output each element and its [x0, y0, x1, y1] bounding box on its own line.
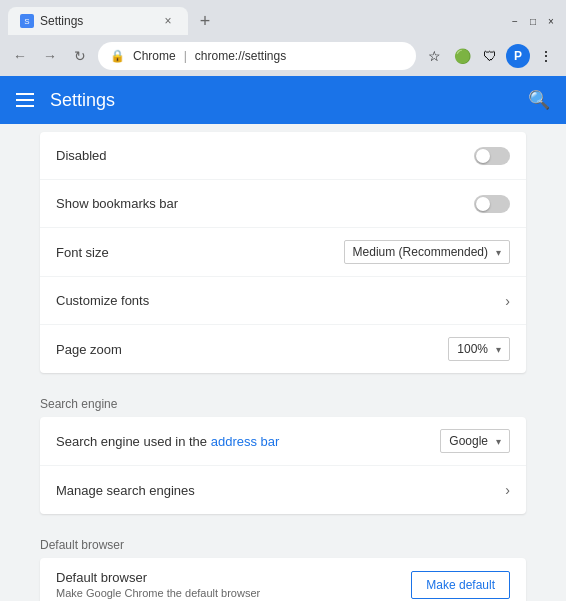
- page-zoom-dropdown-arrow: ▾: [496, 344, 501, 355]
- search-engine-row: Search engine used in the address bar Go…: [40, 417, 526, 466]
- default-browser-sublabel: Make Google Chrome the default browser: [56, 587, 260, 599]
- font-size-value: Medium (Recommended): [353, 245, 488, 259]
- browser-frame: S Settings × + − □ × ← → ↻ 🔒 Chrome | ch…: [0, 0, 566, 76]
- tab-close-button[interactable]: ×: [160, 13, 176, 29]
- page-zoom-label: Page zoom: [56, 342, 122, 357]
- manage-search-chevron-icon: ›: [505, 482, 510, 498]
- default-browser-section-label: Default browser: [40, 526, 526, 558]
- url-lock-icon: 🔒: [110, 49, 125, 63]
- settings-search-icon[interactable]: 🔍: [528, 89, 550, 111]
- url-separator: |: [184, 49, 187, 63]
- menu-icon[interactable]: ⋮: [534, 44, 558, 68]
- disabled-label: Disabled: [56, 148, 107, 163]
- maximize-button[interactable]: □: [526, 14, 540, 28]
- customize-fonts-row[interactable]: Customize fonts ›: [40, 277, 526, 325]
- manage-search-chevron: ›: [505, 482, 510, 498]
- forward-button[interactable]: →: [38, 44, 62, 68]
- manage-search-row[interactable]: Manage search engines ›: [40, 466, 526, 514]
- tab-title: Settings: [40, 14, 83, 28]
- url-provider: Chrome: [133, 49, 176, 63]
- default-browser-row: Default browser Make Google Chrome the d…: [40, 558, 526, 601]
- settings-content: Disabled Show bookmarks bar Font size Me…: [0, 124, 566, 601]
- hamburger-menu-button[interactable]: [16, 93, 34, 107]
- page-zoom-row: Page zoom 100% ▾: [40, 325, 526, 373]
- refresh-button[interactable]: ↻: [68, 44, 92, 68]
- bookmarks-bar-label: Show bookmarks bar: [56, 196, 178, 211]
- search-engine-dropdown[interactable]: Google ▾: [440, 429, 510, 453]
- bookmarks-bar-row: Show bookmarks bar: [40, 180, 526, 228]
- tab-bar: S Settings × + − □ ×: [0, 0, 566, 36]
- tab-favicon: S: [20, 14, 34, 28]
- make-default-button[interactable]: Make default: [411, 571, 510, 599]
- default-browser-label: Default browser: [56, 570, 260, 585]
- window-controls: − □ ×: [508, 14, 558, 28]
- star-icon[interactable]: ☆: [422, 44, 446, 68]
- search-engine-dropdown-arrow: ▾: [496, 436, 501, 447]
- settings-header: Settings 🔍: [0, 76, 566, 124]
- address-bar-link[interactable]: address bar: [211, 434, 280, 449]
- font-size-dropdown[interactable]: Medium (Recommended) ▾: [344, 240, 510, 264]
- search-engine-section-label: Search engine: [40, 385, 526, 417]
- default-browser-info: Default browser Make Google Chrome the d…: [56, 570, 260, 599]
- url-path: chrome://settings: [195, 49, 286, 63]
- settings-tab[interactable]: S Settings ×: [8, 7, 188, 35]
- font-size-label: Font size: [56, 245, 109, 260]
- customize-fonts-chevron: ›: [505, 293, 510, 309]
- chevron-right-icon: ›: [505, 293, 510, 309]
- settings-header-title: Settings: [50, 90, 115, 111]
- page-zoom-value: 100%: [457, 342, 488, 356]
- back-button[interactable]: ←: [8, 44, 32, 68]
- new-tab-button[interactable]: +: [192, 8, 218, 34]
- default-browser-card: Default browser Make Google Chrome the d…: [40, 558, 526, 601]
- address-bar: ← → ↻ 🔒 Chrome | chrome://settings ☆ 🟢 🛡…: [0, 36, 566, 76]
- disabled-toggle-container: [474, 147, 510, 165]
- extension-icon-1[interactable]: 🟢: [450, 44, 474, 68]
- close-button[interactable]: ×: [544, 14, 558, 28]
- font-size-control: Medium (Recommended) ▾: [344, 240, 510, 264]
- appearance-card: Disabled Show bookmarks bar Font size Me…: [40, 132, 526, 373]
- url-bar[interactable]: 🔒 Chrome | chrome://settings: [98, 42, 416, 70]
- extension-icon-2[interactable]: 🛡: [478, 44, 502, 68]
- profile-icon[interactable]: P: [506, 44, 530, 68]
- search-engine-label: Search engine used in the address bar: [56, 434, 279, 449]
- search-engine-control: Google ▾: [440, 429, 510, 453]
- address-actions: ☆ 🟢 🛡 P ⋮: [422, 44, 558, 68]
- search-engine-value: Google: [449, 434, 488, 448]
- search-engine-card: Search engine used in the address bar Go…: [40, 417, 526, 514]
- page-zoom-dropdown[interactable]: 100% ▾: [448, 337, 510, 361]
- manage-search-label: Manage search engines: [56, 483, 195, 498]
- font-size-dropdown-arrow: ▾: [496, 247, 501, 258]
- customize-fonts-label: Customize fonts: [56, 293, 149, 308]
- bookmarks-toggle-container: [474, 195, 510, 213]
- page-zoom-control: 100% ▾: [448, 337, 510, 361]
- make-default-container: Make default: [411, 571, 510, 599]
- font-size-row: Font size Medium (Recommended) ▾: [40, 228, 526, 277]
- disabled-toggle[interactable]: [474, 147, 510, 165]
- bookmarks-bar-toggle[interactable]: [474, 195, 510, 213]
- disabled-row: Disabled: [40, 132, 526, 180]
- minimize-button[interactable]: −: [508, 14, 522, 28]
